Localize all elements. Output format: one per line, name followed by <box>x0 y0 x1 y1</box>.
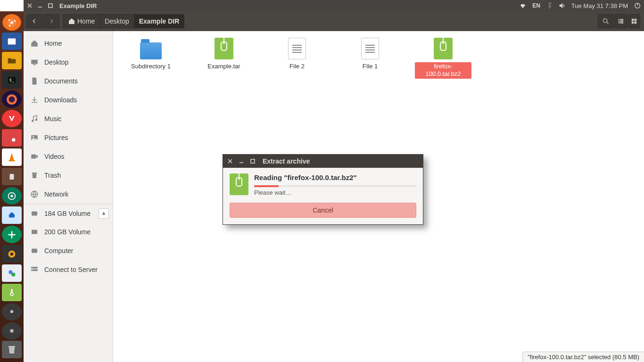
svg-point-4 <box>9 25 11 26</box>
svg-rect-5 <box>8 38 16 44</box>
sidebar-item-music[interactable]: Music <box>24 109 113 128</box>
back-button[interactable] <box>26 14 42 28</box>
svg-rect-31 <box>619 21 619 22</box>
launcher-files[interactable] <box>2 52 22 69</box>
svg-rect-53 <box>31 267 38 269</box>
svg-rect-41 <box>32 102 37 103</box>
svg-point-55 <box>33 267 33 268</box>
file-label: Example.tar <box>206 62 241 71</box>
svg-point-56 <box>33 270 33 271</box>
clock[interactable]: Tue May 31 7:38 PM <box>571 2 628 9</box>
launcher-vivaldi[interactable] <box>2 110 22 127</box>
svg-rect-51 <box>32 230 37 234</box>
svg-rect-11 <box>9 160 15 161</box>
dialog-minimize-button[interactable] <box>237 159 246 164</box>
folder-icon <box>140 42 162 59</box>
sidebar-device-volume[interactable]: 200 GB Volume <box>24 222 113 241</box>
svg-rect-25 <box>8 346 15 347</box>
launcher-item[interactable] <box>2 245 22 263</box>
launcher-terminal[interactable]: $_ <box>2 71 22 89</box>
svg-rect-36 <box>635 19 637 21</box>
svg-rect-33 <box>619 22 619 23</box>
breadcrumb-desktop[interactable]: Desktop <box>99 14 134 28</box>
svg-rect-30 <box>620 19 623 20</box>
progress-bar <box>254 185 416 187</box>
launcher-archive[interactable] <box>2 284 22 301</box>
file-item-archive-selected[interactable]: firefox-100.0.tar.bz2 <box>415 38 471 79</box>
sidebar-item-label: 200 GB Volume <box>44 228 91 236</box>
volume-icon[interactable] <box>558 2 566 9</box>
search-button[interactable] <box>598 14 614 28</box>
launcher-item[interactable] <box>2 303 22 321</box>
window-maximize-button[interactable] <box>46 1 55 10</box>
breadcrumb-current[interactable]: Example DIR <box>134 14 185 28</box>
svg-point-1 <box>10 21 13 24</box>
sidebar-device-computer[interactable]: Computer <box>24 241 113 260</box>
launcher-firefox[interactable] <box>2 90 22 108</box>
extract-archive-dialog: Extract archive Reading "firefox-100.0.t… <box>223 154 423 225</box>
launcher-item[interactable] <box>2 264 22 282</box>
launcher-vlc[interactable] <box>2 148 22 166</box>
sidebar-device-volume[interactable]: 184 GB Volume <box>24 204 113 222</box>
breadcrumb-home[interactable]: Home <box>63 14 100 28</box>
sidebar-item-label: Music <box>44 115 62 123</box>
svg-rect-52 <box>32 249 37 253</box>
sidebar-item-label: 184 GB Volume <box>44 210 91 217</box>
view-grid-button[interactable] <box>628 14 640 28</box>
launcher-item[interactable] <box>2 168 22 185</box>
forward-button[interactable] <box>43 14 59 28</box>
launcher-item[interactable] <box>2 129 22 147</box>
power-icon[interactable] <box>634 2 641 9</box>
launcher-item[interactable] <box>2 33 22 50</box>
sidebar-item-label: Network <box>44 190 68 198</box>
sidebar-item-label: Videos <box>44 153 65 160</box>
svg-rect-35 <box>632 19 634 21</box>
eject-button[interactable] <box>99 208 109 219</box>
text-file-icon <box>288 38 306 59</box>
svg-rect-57 <box>251 159 255 163</box>
launcher-item[interactable] <box>2 187 22 205</box>
network-icon[interactable] <box>519 2 527 9</box>
file-label: firefox-100.0.tar.bz2 <box>415 62 471 79</box>
file-item-folder[interactable]: Subdirectory 1 <box>123 38 179 71</box>
breadcrumb: Home Desktop Example DIR <box>63 14 184 28</box>
launcher-dash[interactable] <box>2 14 21 31</box>
view-list-button[interactable] <box>615 14 627 28</box>
sidebar-item-trash[interactable]: Trash <box>24 166 113 185</box>
window-close-button[interactable] <box>25 1 34 10</box>
sidebar: Home Desktop Documents Downloads Music P… <box>24 31 113 362</box>
svg-point-9 <box>9 96 15 102</box>
file-item-text[interactable]: File 2 <box>269 38 325 71</box>
svg-rect-26 <box>49 4 52 8</box>
svg-point-45 <box>33 136 34 138</box>
svg-point-43 <box>35 119 38 121</box>
language-indicator[interactable]: EN <box>532 2 540 9</box>
svg-point-22 <box>10 293 13 296</box>
svg-rect-49 <box>32 211 37 215</box>
sidebar-item-documents[interactable]: Documents <box>24 72 113 90</box>
dialog-close-button[interactable] <box>226 159 234 164</box>
svg-rect-32 <box>620 21 623 22</box>
sidebar-item-pictures[interactable]: Pictures <box>24 128 113 147</box>
sidebar-connect-server[interactable]: Connect to Server <box>24 260 113 279</box>
bluetooth-icon[interactable] <box>546 2 553 9</box>
sidebar-item-videos[interactable]: Videos <box>24 147 113 166</box>
sidebar-item-desktop[interactable]: Desktop <box>24 53 113 72</box>
dialog-titlebar[interactable]: Extract archive <box>223 155 423 168</box>
sidebar-item-downloads[interactable]: Downloads <box>24 90 113 109</box>
file-item-archive[interactable]: Example.tar <box>196 38 252 71</box>
dialog-maximize-button[interactable] <box>248 159 257 164</box>
file-item-text[interactable]: FIle 1 <box>342 38 398 71</box>
sidebar-item-home[interactable]: Home <box>24 34 113 53</box>
sidebar-item-network[interactable]: Network <box>24 185 113 204</box>
launcher-item[interactable] <box>2 226 22 243</box>
window-minimize-button[interactable] <box>36 1 44 10</box>
sidebar-item-label: Documents <box>44 77 78 85</box>
launcher-item[interactable] <box>2 206 22 224</box>
launcher-item[interactable] <box>2 322 22 340</box>
archive-icon <box>215 38 233 59</box>
cancel-button[interactable]: Cancel <box>230 203 416 218</box>
launcher-trash[interactable] <box>2 341 22 358</box>
sidebar-item-label: Pictures <box>44 134 68 141</box>
svg-rect-46 <box>31 155 36 159</box>
